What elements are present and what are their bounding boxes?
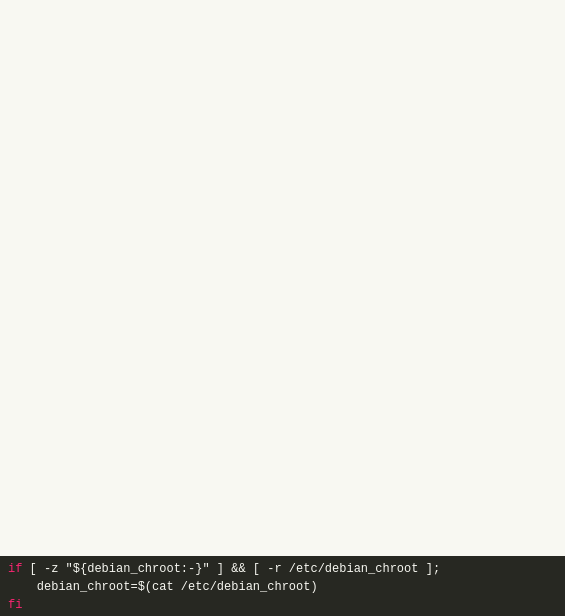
highlighted-code-section: if [ -z "${debian_chroot:-}" ] && [ -r /… bbox=[0, 556, 565, 616]
fi-keyword: fi bbox=[8, 596, 22, 614]
code-content-area bbox=[0, 0, 565, 556]
code-line-if: if [ -z "${debian_chroot:-}" ] && [ -r /… bbox=[8, 560, 557, 578]
terminal: if [ -z "${debian_chroot:-}" ] && [ -r /… bbox=[0, 0, 565, 616]
if-statement: if [ -z "${debian_chroot:-}" ] && [ -r /… bbox=[8, 560, 440, 578]
code-line-chroot: debian_chroot=$(cat /etc/debian_chroot) bbox=[8, 578, 557, 596]
code-line-fi: fi bbox=[8, 596, 557, 614]
chroot-assignment: debian_chroot=$(cat /etc/debian_chroot) bbox=[8, 578, 318, 596]
